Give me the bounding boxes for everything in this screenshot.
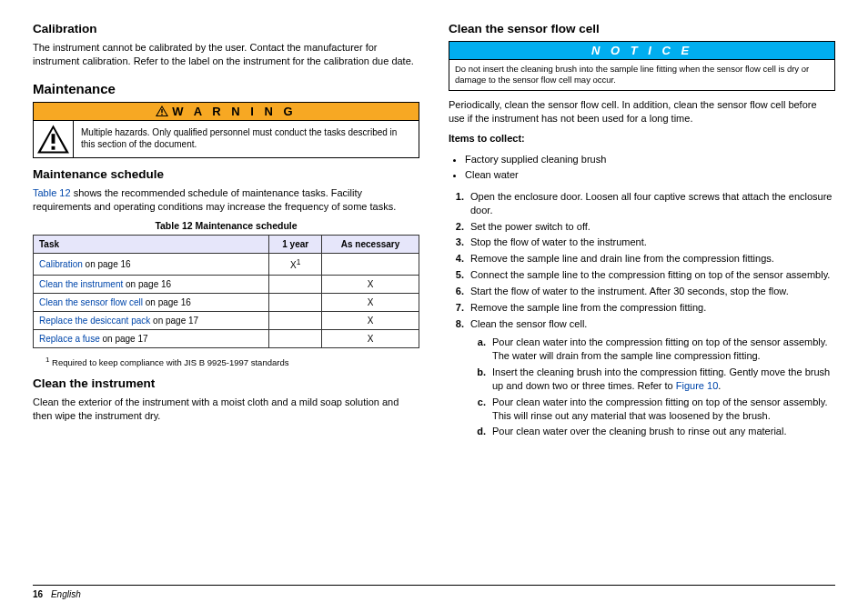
warning-label: W A R N I N G [172,105,296,118]
schedule-heading: Maintenance schedule [33,167,419,181]
clean-flowcell-heading: Clean the sensor flow cell [449,22,835,35]
maintenance-table: Task 1 year As necessary Calibration on … [33,235,419,347]
svg-rect-6 [52,134,56,144]
left-column: Calibration The instrument cannot be cal… [33,22,419,585]
row-link[interactable]: Replace a fuse [39,334,100,344]
substep-item: Insert the cleaning brush into the compr… [489,366,835,393]
svg-rect-3 [162,114,163,115]
step-item: Clean the sensor flow cell. Pour clean w… [467,317,835,439]
table-row: Replace the desiccant pack on page 17 X [34,311,419,329]
list-item: Factory supplied cleaning brush [465,153,835,166]
notice-header: N O T I C E [449,42,834,60]
row-link[interactable]: Replace the desiccant pack [39,316,150,326]
clean-instrument-body: Clean the exterior of the instrument wit… [33,396,419,423]
warning-header: W A R N I N G [34,103,419,121]
table-footnote: 1 Required to keep compliance with JIS B… [45,356,419,367]
step-item: Open the enclosure door. Loosen all four… [467,190,835,217]
warning-icon-cell [34,121,74,157]
row-link[interactable]: Clean the instrument [39,279,123,289]
svg-rect-7 [52,145,56,149]
page-language: English [51,589,81,599]
notice-box: N O T I C E Do not insert the cleaning b… [449,41,835,91]
figure-10-link[interactable]: Figure 10 [676,380,718,391]
notice-body: Do not insert the cleaning brush into th… [449,60,834,90]
table-row: Clean the instrument on page 16 X [34,275,419,293]
row-link[interactable]: Calibration [39,259,83,269]
step-item: Remove the sample line from the compress… [467,301,835,315]
step-item: Connect the sample line to the compressi… [467,268,835,282]
table-row: Replace a fuse on page 17 X [34,329,419,347]
step-item: Remove the sample line and drain line fr… [467,252,835,266]
list-item: Clean water [465,168,835,181]
warning-triangle-icon [156,105,168,116]
items-list: Factory supplied cleaning brush Clean wa… [449,153,835,181]
maintenance-heading: Maintenance [33,81,419,96]
substeps-list: Pour clean water into the compression fi… [470,336,835,438]
th-1year: 1 year [269,236,322,254]
calibration-heading: Calibration [33,22,419,35]
step-item: Stop the flow of water to the instrument… [467,236,835,249]
clean-instrument-heading: Clean the instrument [33,376,419,390]
step-item: Start the flow of water to the instrumen… [467,285,835,298]
svg-rect-2 [162,109,163,113]
steps-list: Open the enclosure door. Loosen all four… [449,190,835,439]
page-number: 16 [33,589,43,599]
substep-item: Pour clean water over the cleaning brush… [489,425,835,438]
hazard-triangle-icon [37,125,69,154]
th-task: Task [34,236,269,254]
page-footer: 16 English [33,585,835,599]
table-caption: Table 12 Maintenance schedule [33,220,419,231]
table-row: Calibration on page 16 X1 [34,254,419,275]
substep-item: Pour clean water into the compression fi… [489,336,835,363]
table-12-link[interactable]: Table 12 [33,187,71,198]
th-necessary: As necessary [322,236,419,254]
substep-item: Pour clean water into the compression fi… [489,396,835,423]
row-link[interactable]: Clean the sensor flow cell [39,297,143,307]
step-item: Set the power switch to off. [467,220,835,234]
items-to-collect-label: Items to collect: [449,132,835,145]
flowcell-intro: Periodically, clean the sensor flow cell… [449,98,835,125]
warning-text: Multiple hazards. Only qualified personn… [74,121,419,157]
right-column: Clean the sensor flow cell N O T I C E D… [449,22,835,585]
warning-box: W A R N I N G Multiple hazards. Only qua… [33,102,419,158]
table-row: Clean the sensor flow cell on page 16 X [34,293,419,311]
calibration-body: The instrument cannot be calibrated by t… [33,41,419,68]
schedule-intro: Table 12 shows the recommended schedule … [33,186,419,214]
